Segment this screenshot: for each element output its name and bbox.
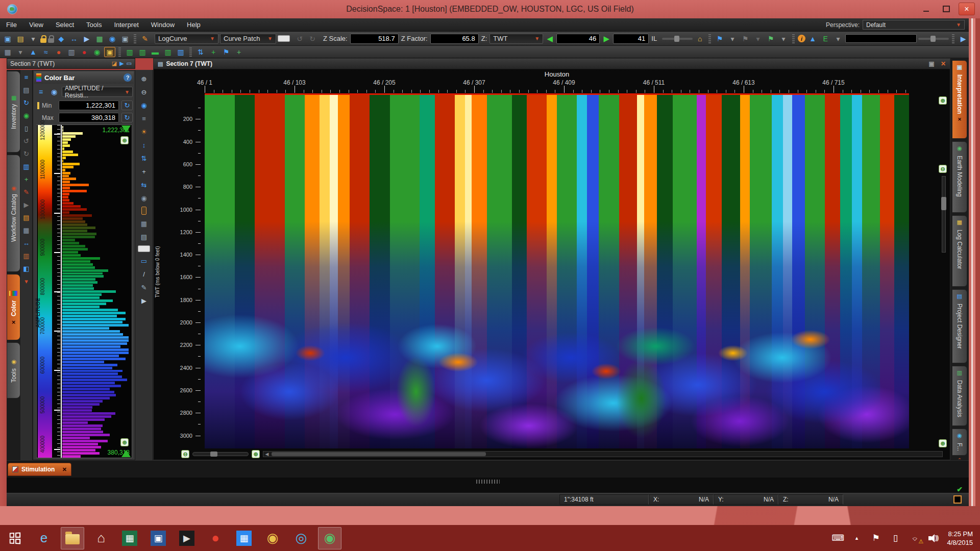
swap-icon[interactable]: ⇆: [138, 180, 150, 189]
taskbar-explorer-icon[interactable]: [61, 527, 84, 549]
dropper-icon[interactable]: ▾: [21, 277, 32, 285]
bookmark-caret-icon[interactable]: ▾: [727, 34, 738, 44]
menu-interpret[interactable]: Interpret: [108, 18, 144, 31]
document-icon[interactable]: ▯: [21, 124, 32, 132]
start-button[interactable]: [0, 525, 30, 551]
zoom-out-icon[interactable]: ⊕: [120, 438, 129, 446]
line-number-field[interactable]: 41: [613, 34, 649, 44]
tab-stimulation[interactable]: Stimulation ✕: [8, 463, 71, 476]
section-arbitrary-icon[interactable]: ▥: [162, 47, 174, 57]
curve-patch-select[interactable]: Curve Patch ▼: [220, 34, 276, 44]
redo-icon[interactable]: ↻: [307, 34, 318, 44]
pencil-icon[interactable]: ✎: [138, 283, 150, 292]
section-well-icon[interactable]: ▥: [175, 47, 186, 57]
ruler-icon[interactable]: /: [138, 269, 150, 279]
seek-icon[interactable]: ⇅: [138, 154, 150, 163]
redo-icon[interactable]: ↻: [21, 149, 32, 158]
tab-log-calculator[interactable]: ▦ Log Calculator: [952, 215, 967, 287]
taskbar-rdp-icon[interactable]: ▦: [232, 527, 256, 549]
fence-icon[interactable]: ⚑: [220, 47, 232, 57]
previous-slice-button[interactable]: ◀: [545, 34, 555, 43]
z-factor-field[interactable]: 65.8: [430, 34, 479, 44]
taskbar-desktop-icon[interactable]: ⌂: [89, 527, 113, 549]
minimize-button[interactable]: [918, 3, 934, 15]
edit-pencil-icon[interactable]: ✎: [139, 34, 151, 44]
section-zslice-icon[interactable]: ▬: [150, 47, 161, 57]
zoom-in-icon[interactable]: ⊕: [939, 96, 947, 105]
attribute-search-icon[interactable]: ◉: [48, 87, 60, 97]
maximize-button[interactable]: [938, 3, 954, 15]
range-handle-top[interactable]: [121, 126, 131, 133]
zoom-window-icon[interactable]: ◉: [138, 101, 150, 110]
tab-inventory[interactable]: Inventory ▦: [7, 71, 20, 153]
wiggle-icon[interactable]: ≈: [40, 47, 52, 57]
z-scale-field[interactable]: 518.7: [350, 34, 399, 44]
palette-icon[interactable]: ◉: [21, 111, 32, 119]
fit-width-icon[interactable]: ↔: [68, 34, 80, 44]
close-tab-icon[interactable]: ✕: [957, 117, 962, 122]
well-correlation-icon[interactable]: ⇅: [195, 47, 206, 57]
zoom-reset-icon[interactable]: ⊕: [939, 439, 947, 447]
close-button[interactable]: ×: [959, 3, 975, 15]
section-inline-icon[interactable]: ▥: [124, 47, 135, 57]
menu-window[interactable]: Window: [145, 18, 181, 31]
il-slider[interactable]: [662, 38, 693, 40]
taskbar-ie-icon[interactable]: e: [32, 527, 56, 549]
minimize-panel-icon[interactable]: ▭: [127, 60, 132, 67]
color-swatch-button[interactable]: [278, 35, 290, 42]
cone-filter-icon[interactable]: ▲: [28, 47, 39, 57]
action-center-flag-icon[interactable]: ⚑: [870, 533, 881, 543]
next-slice-button[interactable]: ▶: [601, 34, 611, 43]
taskbar-red-app-icon[interactable]: ●: [204, 527, 227, 549]
brightness-icon[interactable]: ☀: [138, 127, 150, 136]
capture-icon[interactable]: ▣: [104, 47, 115, 57]
data-table-icon[interactable]: ▦: [2, 47, 13, 57]
track-add-icon[interactable]: +: [233, 47, 244, 57]
perspective-select[interactable]: Default ▼: [863, 20, 965, 30]
tab-data-analysis[interactable]: ▤ Data Analysis: [952, 366, 967, 426]
zoom-out-icon[interactable]: ⊖: [181, 450, 189, 458]
tab-color[interactable]: ✕ Color: [7, 274, 20, 340]
layers-icon[interactable]: ▤: [21, 86, 32, 94]
zoom-in-icon[interactable]: ⊕: [138, 74, 150, 83]
taskbar-sync-icon[interactable]: ◎: [289, 527, 313, 549]
markers-icon[interactable]: ●: [53, 47, 64, 57]
z-domain-select[interactable]: TWT ▼: [489, 34, 543, 44]
blue-frame-icon[interactable]: ▭: [138, 256, 150, 265]
show-hidden-icons[interactable]: ▴: [851, 535, 862, 541]
vertical-scrollbar[interactable]: [942, 176, 946, 253]
snapshot-icon[interactable]: ▣: [119, 34, 131, 44]
opacity-icon[interactable]: ◧: [21, 264, 32, 272]
zoom-out-icon[interactable]: ⊖: [138, 87, 150, 96]
network-warning-icon[interactable]: ⌔: [909, 533, 920, 543]
keys-icon[interactable]: ◆: [56, 34, 67, 44]
pointer-icon[interactable]: ▶: [138, 296, 150, 305]
scroll-left-icon[interactable]: ◀: [263, 452, 271, 457]
tab-field-planning[interactable]: ◉ F...: [952, 429, 967, 456]
table-caret-icon[interactable]: ▾: [15, 47, 26, 57]
books-icon[interactable]: ▥: [21, 252, 32, 260]
refresh-icon[interactable]: ↻: [21, 98, 32, 107]
histogram-icon[interactable]: ▥: [21, 162, 32, 170]
open-project-icon[interactable]: ▤: [15, 34, 26, 44]
status-indicator-box[interactable]: [953, 495, 962, 504]
menu-file[interactable]: File: [0, 18, 23, 31]
brush-icon[interactable]: ✎: [21, 188, 32, 196]
dot-red-icon[interactable]: ●: [79, 47, 90, 57]
undo-icon[interactable]: ↺: [21, 137, 32, 145]
taskbar-lync-icon[interactable]: ▣: [146, 527, 170, 549]
close-tab-icon[interactable]: ✕: [62, 466, 67, 473]
menu-help[interactable]: Help: [181, 18, 207, 31]
clipboard-icon[interactable]: ▤: [138, 232, 150, 241]
attribute-list-icon[interactable]: ≡: [35, 87, 46, 97]
horizontal-scrollbar[interactable]: ◀: [263, 451, 943, 457]
restore-view-icon[interactable]: ▣: [929, 60, 935, 67]
add-curve-icon[interactable]: +: [21, 175, 32, 183]
white-swatch[interactable]: [138, 245, 150, 252]
globe-icon[interactable]: ◉: [91, 47, 103, 57]
refresh-min-icon[interactable]: ↻: [121, 101, 133, 110]
spacing-icon[interactable]: ↔: [21, 239, 32, 247]
zoom-in-icon[interactable]: ⊕: [120, 136, 129, 144]
taskbar-globe-icon[interactable]: ◉: [318, 527, 341, 549]
tab-earth-modeling[interactable]: ◉ Earth Modeling: [952, 141, 967, 213]
